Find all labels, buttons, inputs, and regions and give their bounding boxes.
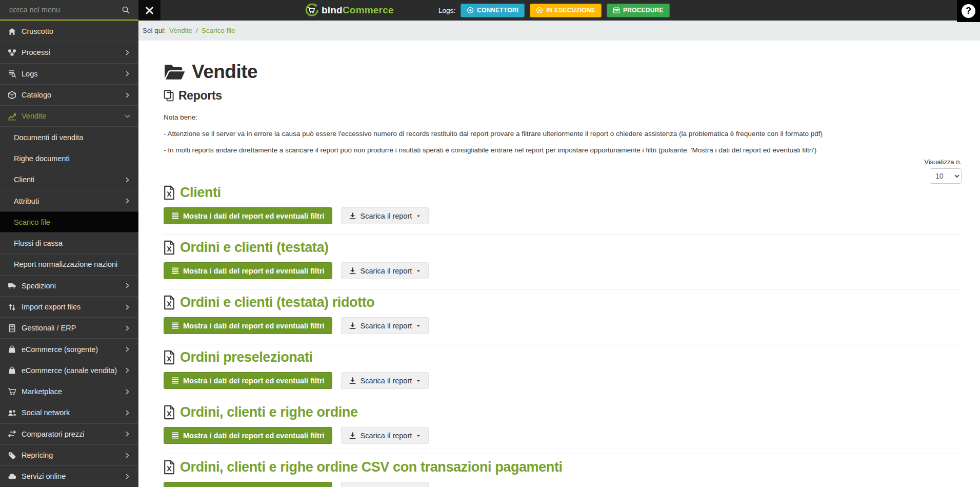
bindcommerce-logo[interactable]: bindCommerce	[304, 0, 394, 21]
show-report-data-button[interactable]: Mostra i dati del report ed eventuali fi…	[164, 262, 332, 279]
sidebar-item-label: Comparatori prezzi	[22, 430, 85, 438]
breadcrumb-link-scarico-file[interactable]: Scarico file	[202, 27, 235, 34]
sidebar-item-marketplace[interactable]: Marketplace	[0, 381, 138, 402]
show-report-data-button[interactable]: Mostra i dati del report ed eventuali fi…	[164, 317, 332, 334]
visualizza-select[interactable]: 10	[930, 168, 962, 184]
page-subtitle: Reports	[164, 89, 962, 103]
download-report-button[interactable]: Scarica il report	[341, 427, 429, 444]
sidebar-subitem-righe-documenti[interactable]: Righe documenti	[0, 148, 138, 169]
menu-search-input[interactable]	[8, 5, 122, 14]
close-menu-button[interactable]	[138, 0, 161, 21]
connettori-button[interactable]: CONNETTORI	[461, 4, 525, 17]
sidebar-item-label: eCommerce (canale vendita)	[22, 366, 117, 375]
shopping-cart-icon	[8, 387, 16, 396]
sidebar-item-repricing[interactable]: Repricing	[0, 444, 138, 465]
report-title-link[interactable]: Ordini, clienti e righe ordine CSV con t…	[180, 459, 563, 475]
sidebar-subitem-clienti[interactable]: Clienti	[0, 169, 138, 190]
download-icon	[349, 377, 356, 384]
in-esecuzione-label: IN ESECUZIONE	[546, 7, 595, 14]
circle-arrow-icon	[467, 7, 474, 14]
excel-file-icon	[164, 350, 175, 365]
sidebar-item-logs[interactable]: Logs	[0, 63, 138, 84]
chevron-right-icon	[124, 282, 131, 289]
sidebar-subitem-label: Report normalizzazione nazioni	[14, 260, 117, 268]
sidebar-item-label: Import export files	[22, 303, 81, 311]
sidebar-subitem-scarico-file[interactable]: Scarico file	[0, 211, 138, 232]
sidebar-item-label: Cruscotto	[22, 27, 53, 35]
sidebar-item-label: Social network	[22, 408, 70, 417]
report-title: Ordini e clienti (testata) ridotto	[164, 295, 962, 310]
cart-logo-icon	[304, 3, 319, 18]
show-report-data-button[interactable]: Mostra i dati del report ed eventuali fi…	[164, 482, 332, 487]
logs-button-group: Logs: CONNETTORI IN ESECUZIONE PROCEDURE	[438, 0, 670, 21]
sidebar-item-catalogo[interactable]: Catalogo	[0, 84, 138, 105]
shopping-bag-icon	[8, 366, 16, 375]
breadcrumb-separator: /	[196, 27, 198, 34]
sidebar-item-processi[interactable]: Processi	[0, 42, 138, 63]
show-report-data-button[interactable]: Mostra i dati del report ed eventuali fi…	[164, 427, 332, 444]
sidebar-item-gestionali-erp[interactable]: Gestionali / ERP	[0, 317, 138, 338]
download-report-button[interactable]: Scarica il report	[341, 262, 429, 279]
calendar-icon	[613, 7, 620, 14]
sidebar-subitem-label: Flussi di cassa	[14, 239, 63, 247]
sidebar-subitem-attributi[interactable]: Attributi	[0, 190, 138, 211]
show-report-data-button[interactable]: Mostra i dati del report ed eventuali fi…	[164, 207, 332, 224]
sidebar-item-servizi-online[interactable]: Servizi online	[0, 465, 138, 486]
sidebar-item-label: eCommerce (sorgente)	[22, 345, 98, 354]
show-report-data-label: Mostra i dati del report ed eventuali fi…	[183, 212, 325, 220]
report-actions: Mostra i dati del report ed eventuali fi…	[164, 207, 962, 224]
sidebar-item-import-export-files[interactable]: Import export files	[0, 296, 138, 317]
sidebar-item-ecommerce-canale-vendita[interactable]: eCommerce (canale vendita)	[0, 360, 138, 381]
procedure-button[interactable]: PROCEDURE	[607, 4, 669, 17]
sidebar-item-label: Servizi online	[22, 472, 66, 480]
sidebar-subitem-label: Attributi	[14, 197, 39, 205]
show-report-data-button[interactable]: Mostra i dati del report ed eventuali fi…	[164, 372, 332, 389]
sidebar-subitem-report-normalizzazione-nazioni[interactable]: Report normalizzazione nazioni	[0, 254, 138, 275]
sidebar-item-cruscotto[interactable]: Cruscotto	[0, 21, 138, 42]
report-title-link[interactable]: Ordini e clienti (testata)	[180, 240, 329, 256]
report-title-link[interactable]: Ordini preselezionati	[180, 349, 313, 365]
chevron-right-icon	[124, 388, 131, 395]
copy-pages-icon	[164, 90, 174, 102]
sidebar-item-social-network[interactable]: Social network	[0, 402, 138, 423]
page-title: Vendite	[164, 61, 962, 83]
breadcrumb-link-vendite[interactable]: Vendite	[169, 27, 192, 34]
help-button[interactable]: ?	[957, 0, 980, 22]
sales-chart-icon	[8, 112, 16, 121]
download-report-button[interactable]: Scarica il report	[341, 207, 429, 224]
sidebar-item-vendite[interactable]: Vendite	[0, 105, 138, 126]
sidebar-item-spedizioni[interactable]: Spedizioni	[0, 275, 138, 296]
chevron-right-icon	[124, 325, 131, 332]
exchange-icon	[8, 430, 16, 438]
report-title-link[interactable]: Ordini, clienti e righe ordine	[180, 404, 358, 420]
sidebar-item-comparatori-prezzi[interactable]: Comparatori prezzi	[0, 423, 138, 444]
list-icon	[171, 212, 179, 219]
download-icon	[349, 432, 356, 439]
circle-arrow-icon	[536, 7, 543, 14]
download-icon	[349, 267, 356, 275]
page-title-text: Vendite	[192, 61, 257, 83]
visualizza-control: Visualizza n. 10	[164, 158, 962, 184]
sidebar-subitem-label: Righe documenti	[14, 154, 70, 163]
note-line-2: - In molti reports andare direttamente a…	[164, 146, 962, 154]
caret-down-icon	[416, 378, 421, 383]
sidebar-subitem-documenti-di-vendita[interactable]: Documenti di vendita	[0, 126, 138, 147]
download-report-button[interactable]: Scarica il report	[341, 482, 429, 487]
chevron-right-icon	[124, 473, 131, 480]
logo-bind: bind	[322, 5, 343, 15]
chevron-right-icon	[124, 410, 131, 416]
show-report-data-label: Mostra i dati del report ed eventuali fi…	[183, 267, 325, 275]
sidebar-item-label: Spedizioni	[22, 282, 56, 290]
in-esecuzione-button[interactable]: IN ESECUZIONE	[530, 4, 602, 17]
search-icon[interactable]	[122, 6, 130, 14]
sidebar-item-ecommerce-sorgente[interactable]: eCommerce (sorgente)	[0, 338, 138, 359]
sidebar-item-label: Gestionali / ERP	[22, 324, 76, 332]
report-title-link[interactable]: Clienti	[180, 185, 221, 201]
download-report-button[interactable]: Scarica il report	[341, 317, 429, 334]
download-report-button[interactable]: Scarica il report	[341, 372, 429, 389]
download-report-label: Scarica il report	[361, 212, 412, 220]
show-report-data-label: Mostra i dati del report ed eventuali fi…	[183, 377, 325, 385]
sidebar-subitem-flussi-di-cassa[interactable]: Flussi di cassa	[0, 232, 138, 254]
sidebar-subitem-label: Documenti di vendita	[14, 133, 83, 142]
report-title-link[interactable]: Ordini e clienti (testata) ridotto	[180, 295, 374, 310]
